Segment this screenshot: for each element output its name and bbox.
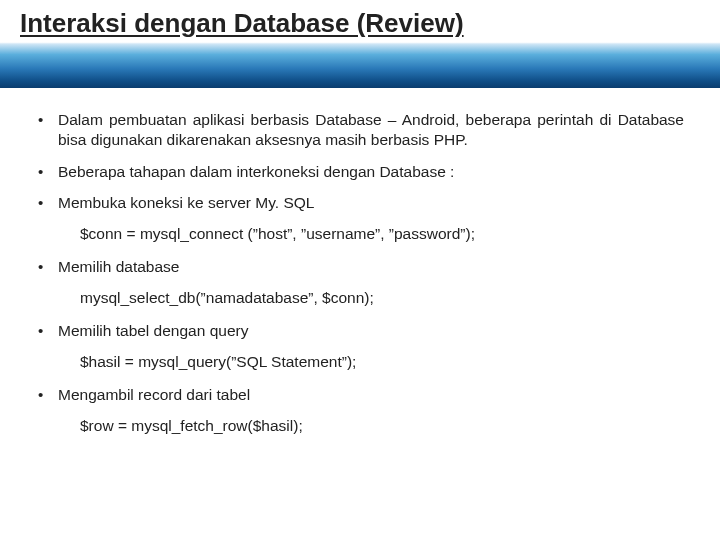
- bullet-item: Mengambil record dari tabel: [36, 385, 684, 405]
- bullet-list: Dalam pembuatan aplikasi berbasis Databa…: [36, 110, 684, 213]
- bullet-item: Memilih tabel dengan query: [36, 321, 684, 341]
- code-snippet: $hasil = mysql_query(”SQL Statement”);: [36, 353, 684, 371]
- slide-header: Interaksi dengan Database (Review): [0, 0, 720, 88]
- code-snippet: mysql_select_db(”namadatabase”, $conn);: [36, 289, 684, 307]
- slide-body: Dalam pembuatan aplikasi berbasis Databa…: [0, 88, 720, 461]
- bullet-item: Beberapa tahapan dalam interkoneksi deng…: [36, 162, 684, 182]
- bullet-list: Memilih database: [36, 257, 684, 277]
- slide-title: Interaksi dengan Database (Review): [20, 8, 464, 39]
- code-snippet: $row = mysql_fetch_row($hasil);: [36, 417, 684, 435]
- bullet-item: Dalam pembuatan aplikasi berbasis Databa…: [36, 110, 684, 150]
- bullet-list: Memilih tabel dengan query: [36, 321, 684, 341]
- code-snippet: $conn = mysql_connect (”host”, ”username…: [36, 225, 684, 243]
- bullet-list: Mengambil record dari tabel: [36, 385, 684, 405]
- bullet-item: Membuka koneksi ke server My. SQL: [36, 193, 684, 213]
- bullet-item: Memilih database: [36, 257, 684, 277]
